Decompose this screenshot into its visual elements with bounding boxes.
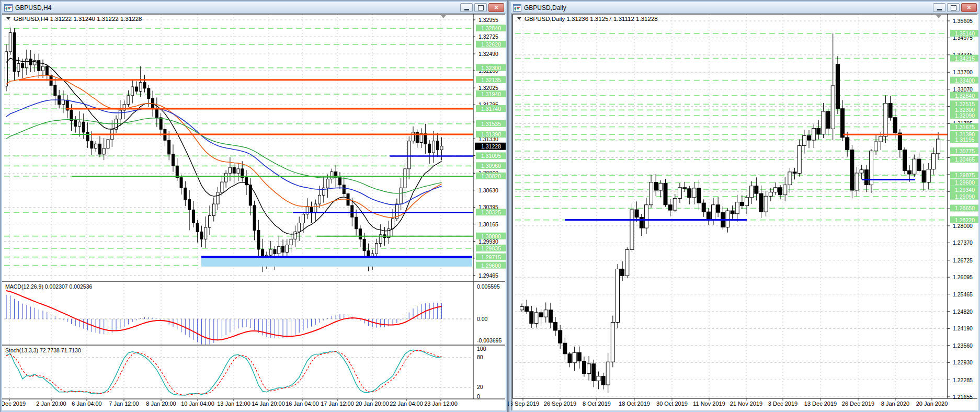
svg-text:1.32840: 1.32840 <box>481 25 501 31</box>
candlestick <box>937 139 940 154</box>
candlestick <box>436 141 439 150</box>
candlestick <box>33 61 36 65</box>
svg-text:1.30775: 1.30775 <box>955 148 975 154</box>
titlebar-h4[interactable]: GBPUSD,H4 ✕ <box>2 2 506 14</box>
candlestick <box>351 205 354 217</box>
candlestick <box>188 200 191 210</box>
restore-button[interactable] <box>947 3 960 12</box>
candlestick <box>216 192 219 204</box>
restore-icon <box>951 5 956 10</box>
candlestick <box>783 185 787 195</box>
candlestick <box>314 204 317 213</box>
candlestick <box>82 122 85 132</box>
candlestick <box>306 207 309 214</box>
candlestick <box>606 362 610 385</box>
candlestick <box>616 269 620 322</box>
candlestick <box>392 219 394 229</box>
candlestick <box>107 140 109 148</box>
macd-scale-label: -0.003695 <box>477 337 502 344</box>
candlestick <box>702 203 705 212</box>
candlestick <box>688 189 691 198</box>
close-button[interactable]: ✕ <box>961 3 977 12</box>
candlestick <box>779 188 782 195</box>
candlestick <box>326 179 329 188</box>
svg-text:1.32300: 1.32300 <box>481 65 501 71</box>
candlestick <box>712 205 715 220</box>
price-axis-label: 1.32955 <box>478 17 498 23</box>
candlestick <box>404 169 406 188</box>
candlestick <box>98 144 101 154</box>
time-axis-label: 20 Jan 20:00 <box>356 400 389 407</box>
price-axis-label: 1.22285 <box>953 377 973 383</box>
price-axis-label: 1.35605 <box>953 18 973 24</box>
svg-text:1.31740: 1.31740 <box>481 106 501 112</box>
candlestick <box>706 212 710 220</box>
candlestick <box>525 307 529 312</box>
svg-text:1.31535: 1.31535 <box>481 121 501 127</box>
window-title-daily: GBPUSD,Daily <box>524 4 931 12</box>
price-axis-label: 1.32490 <box>478 51 498 57</box>
svg-text:1.29090: 1.29090 <box>955 193 975 200</box>
candlestick <box>582 361 586 374</box>
candlestick <box>534 313 538 324</box>
svg-text:1.30000: 1.30000 <box>481 233 501 239</box>
titlebar-daily[interactable]: GBPUSD,Daily ✕ <box>511 2 978 14</box>
macd-label: MACD(12,26,9) 0.002307 0.002536 <box>5 283 93 290</box>
candlestick <box>654 182 658 190</box>
svg-text:1.33400: 1.33400 <box>955 77 975 84</box>
candlestick <box>74 121 77 127</box>
time-axis-label: 2 Jan 20:00 <box>36 400 66 407</box>
charts-canvas[interactable]: 1.329551.327251.324901.322601.320251.317… <box>0 0 980 412</box>
time-axis-label: 13 Dec 2019 <box>804 400 837 407</box>
candlestick <box>70 110 73 121</box>
candlestick <box>86 132 89 141</box>
time-axis-label: 21 Nov 2019 <box>730 400 762 407</box>
candlestick <box>788 172 792 185</box>
candlestick <box>184 188 187 199</box>
svg-text:1.29715: 1.29715 <box>481 254 501 260</box>
candlestick <box>200 232 203 239</box>
chart-window-icon <box>513 4 521 12</box>
candlestick <box>649 182 653 204</box>
candlestick <box>692 188 696 198</box>
time-axis-label: 26 Dec 2019 <box>842 400 874 407</box>
time-axis-label: 30 Oct 2019 <box>656 400 688 407</box>
restore-button[interactable] <box>474 3 487 12</box>
candlestick <box>841 109 845 138</box>
candlestick <box>298 223 301 232</box>
time-axis-label: 14 Jan 20:00 <box>252 400 285 407</box>
candlestick <box>888 103 892 117</box>
candlestick <box>539 313 543 317</box>
svg-text:1.32135: 1.32135 <box>481 77 501 83</box>
candlestick <box>269 249 272 255</box>
candlestick <box>168 140 170 154</box>
candlestick <box>769 192 772 197</box>
candlestick <box>131 87 134 96</box>
candlestick <box>807 135 811 140</box>
time-axis-label: 13 Jan 12:00 <box>217 400 250 407</box>
price-axis-label: 1.32025 <box>478 85 498 91</box>
candlestick <box>45 66 48 75</box>
svg-text:1.29875: 1.29875 <box>955 172 975 178</box>
candlestick <box>726 211 730 227</box>
time-axis-label: 8 Jan 20:00 <box>146 400 176 407</box>
close-button[interactable]: ✕ <box>488 3 504 12</box>
price-axis-label: 1.21655 <box>953 394 973 400</box>
support-zone <box>201 257 472 267</box>
restore-icon <box>478 5 484 10</box>
minimize-button[interactable] <box>933 3 945 12</box>
candlestick <box>355 217 358 228</box>
candlestick <box>221 182 223 192</box>
candlestick <box>428 144 431 153</box>
minimize-button[interactable] <box>460 3 473 12</box>
time-axis-label: 8 Jan 2020 <box>881 400 909 407</box>
candlestick <box>424 134 427 144</box>
svg-text:1.31390: 1.31390 <box>481 131 501 138</box>
ohlc-legend: GBPUSD,Daily 1.31236 1.31257 1.31112 1.3… <box>525 16 658 22</box>
candlestick <box>874 142 878 151</box>
time-axis-label: 17 Jan 12:00 <box>321 400 354 407</box>
candlestick <box>831 86 835 129</box>
time-axis-label: 22 Jan 04:00 <box>390 400 423 407</box>
time-axis-label: 23 Jan 12:00 <box>424 400 458 407</box>
candlestick <box>338 178 341 185</box>
